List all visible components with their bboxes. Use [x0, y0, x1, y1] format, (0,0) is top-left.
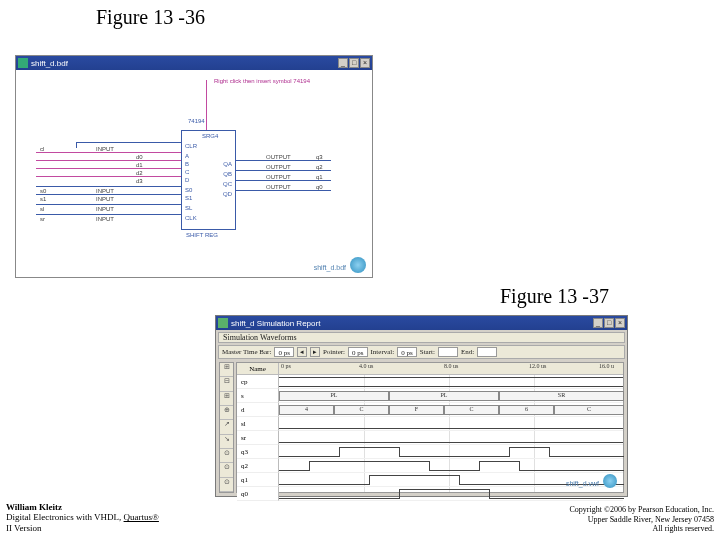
close-button[interactable]: ×	[615, 318, 625, 328]
wave-file-label: shift_d.vwf	[566, 480, 599, 487]
wire	[36, 204, 181, 205]
pin-input: INPUT	[96, 196, 114, 202]
waveform-cp	[279, 375, 623, 389]
end-field[interactable]	[477, 347, 497, 357]
edge	[399, 489, 400, 499]
signal-row-sl: sl	[237, 417, 623, 431]
pin-s0: s0	[40, 188, 46, 194]
clock-trace	[279, 377, 623, 387]
edge	[369, 475, 370, 485]
chip-pin-qd: QD	[223, 191, 232, 197]
tool-bus-icon[interactable]: ⊕	[220, 406, 233, 420]
bus-value: C	[445, 406, 498, 412]
tool-output-icon[interactable]: ⊟	[220, 377, 233, 391]
tool-group-icon[interactable]: ⊞	[220, 392, 233, 406]
chip-pin-clk: CLK	[185, 215, 197, 221]
start-field[interactable]	[438, 347, 458, 357]
waveform-s: PL PL SR	[279, 389, 623, 403]
trace	[429, 470, 479, 471]
simulation-title: shift_d Simulation Report	[231, 319, 593, 328]
waveform-area[interactable]: Name 0 ps 4.0 us 8.0 us 12.0 us 16.0 u c…	[236, 362, 624, 493]
wire	[236, 180, 331, 181]
next-button[interactable]: ▸	[310, 347, 320, 357]
signal-row-s: s PL PL SR	[237, 389, 623, 403]
signal-name: sr	[237, 431, 279, 445]
simulation-window: shift_d Simulation Report _ □ × Simulati…	[215, 315, 628, 497]
book-part-a: Digital Electronics with VHDL,	[6, 512, 124, 522]
signal-name: q3	[237, 445, 279, 459]
minimize-button[interactable]: _	[338, 58, 348, 68]
minimize-button[interactable]: _	[593, 318, 603, 328]
pin-input: INPUT	[96, 206, 114, 212]
simulation-subheader: Simulation Waveforms	[218, 332, 625, 343]
trace	[489, 498, 624, 499]
out-q0: q0	[316, 184, 323, 190]
tool-rise-icon[interactable]: ↗	[220, 420, 233, 434]
book-part-c: II Version	[6, 523, 159, 534]
prev-button[interactable]: ◂	[297, 347, 307, 357]
out-q1: q1	[316, 174, 323, 180]
master-time-field[interactable]: 0 ps	[274, 347, 293, 357]
pin-d2: d2	[136, 170, 143, 176]
trace	[459, 484, 624, 485]
name-column-header: Name	[237, 363, 279, 374]
close-button[interactable]: ×	[360, 58, 370, 68]
tool-q-icon[interactable]: ⊙	[220, 449, 233, 463]
pin-input: INPUT	[96, 216, 114, 222]
tool-q-icon[interactable]: ⊙	[220, 463, 233, 477]
wire	[76, 142, 77, 148]
schematic-title: shift_d.bdf	[31, 59, 338, 68]
footer-left: William Kleitz Digital Electronics with …	[6, 502, 159, 534]
chip-pin-qa: QA	[223, 161, 232, 167]
chip-pin-a: A	[185, 153, 189, 159]
chip-pin-qb: QB	[223, 171, 232, 177]
wire	[36, 160, 181, 161]
trace	[279, 470, 309, 471]
pin-d3: d3	[136, 178, 143, 184]
chip-block-name: SRG4	[202, 133, 218, 139]
pin-input: INPUT	[96, 146, 114, 152]
bus-value: SR	[500, 392, 623, 398]
schematic-canvas[interactable]: Right click then insert symbol 74194 741…	[16, 70, 372, 277]
tool-q-icon[interactable]: ⊙	[220, 478, 233, 492]
maximize-button[interactable]: □	[349, 58, 359, 68]
maximize-button[interactable]: □	[604, 318, 614, 328]
wire	[236, 160, 331, 161]
pin-sr: sr	[40, 216, 45, 222]
signal-row-cp: cp	[237, 375, 623, 389]
end-label: End:	[461, 348, 474, 356]
simulation-toolbar: Master Time Bar: 0 ps ◂ ▸ Pointer: 0 ps …	[218, 345, 625, 359]
chip-pin-sl: SL	[185, 205, 192, 211]
trace	[479, 461, 519, 462]
signal-row-q2: q2	[237, 459, 623, 473]
trace	[309, 461, 429, 462]
wire	[36, 214, 181, 215]
schematic-titlebar: shift_d.bdf _ □ ×	[16, 56, 372, 70]
start-label: Start:	[420, 348, 435, 356]
trace	[279, 498, 399, 499]
shiftreg-label: SHIFT REG	[186, 232, 218, 238]
trace	[279, 428, 623, 429]
footer-right: Copyright ©2006 by Pearson Education, In…	[570, 505, 715, 534]
bus-value: C	[555, 406, 623, 412]
signal-name: q2	[237, 459, 279, 473]
out-label: OUTPUT	[266, 174, 291, 180]
interval-field[interactable]: 0 ps	[397, 347, 416, 357]
tool-fall-icon[interactable]: ↘	[220, 435, 233, 449]
altera-logo-icon	[350, 257, 366, 273]
pointer-field[interactable]: 0 ps	[348, 347, 367, 357]
signal-row-d: d 4 C F C 6 C	[237, 403, 623, 417]
time-tick: 12.0 us	[529, 363, 546, 369]
tool-input-icon[interactable]: ⊞	[220, 363, 233, 377]
trace	[509, 447, 549, 448]
bus-value: PL	[280, 392, 388, 398]
signal-name: q0	[237, 487, 279, 501]
out-label: OUTPUT	[266, 164, 291, 170]
bus-value: C	[335, 406, 388, 412]
pin-cl: cl	[40, 146, 44, 152]
chip-label: 74194	[188, 118, 205, 124]
canvas-file-label: shift_d.bdf	[314, 264, 346, 271]
pin-d1: d1	[136, 162, 143, 168]
edge	[309, 461, 310, 471]
book-title: Digital Electronics with VHDL, Quartus®	[6, 512, 159, 523]
